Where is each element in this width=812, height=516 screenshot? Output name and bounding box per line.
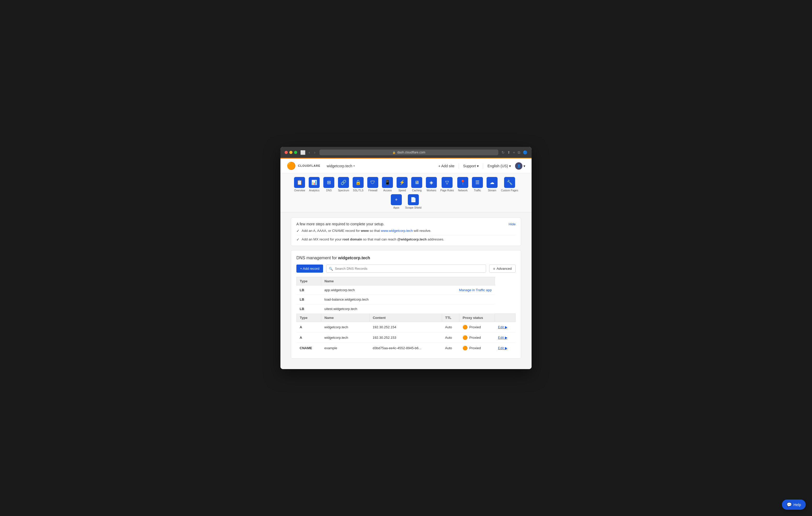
proxy-label: Proxied (469, 336, 481, 339)
ttl-header: TTL (442, 314, 459, 322)
domain-selector[interactable]: widgetcorp.tech ▾ (327, 164, 355, 168)
search-input[interactable] (326, 265, 486, 273)
nav-item-speed[interactable]: ⚡ Speed (395, 177, 409, 193)
lb-type-header: Type (297, 277, 321, 285)
nav-item-page-rules[interactable]: ▽ Page Rules (439, 177, 455, 193)
record-proxy: 🟠 Proxied (459, 333, 495, 343)
nav-icon-3: 🔗 (338, 177, 349, 188)
nav-item-network[interactable]: 📍 Network (456, 177, 470, 193)
setup-banner: A few more steps are required to complet… (291, 217, 521, 246)
nav-item-dns[interactable]: ⊞ DNS (322, 177, 336, 193)
record-ttl: Auto (442, 333, 459, 343)
address-bar[interactable]: 🔒 dash.cloudflare.com (319, 150, 498, 155)
tab-icon: ⬜ (300, 150, 306, 155)
minimize-dot[interactable] (289, 151, 292, 154)
record-content: d3bd75aa-ee4c-4552-8945-b6... (369, 343, 442, 354)
support-caret-icon: ▾ (477, 164, 479, 168)
record-proxy: 🟠 Proxied (459, 343, 495, 354)
record-ttl: Auto (442, 322, 459, 333)
edit-link[interactable]: Edit ▶ (498, 336, 508, 339)
back-button[interactable]: ‹ (308, 150, 311, 155)
nav-label-7: Speed (399, 189, 406, 192)
record-name: example (321, 343, 370, 354)
setup-item-www: ✓ Add an A, AAAA, or CNAME record for ww… (296, 229, 516, 235)
language-selector[interactable]: English (US) ▾ (487, 164, 511, 168)
language-caret-icon: ▾ (509, 164, 511, 168)
nav-item-stream[interactable]: ☁ Stream (485, 177, 499, 193)
nav-item-apps[interactable]: + Apps (389, 194, 403, 210)
add-record-button[interactable]: + Add record (296, 265, 323, 273)
nav-item-access[interactable]: 📱 Access (381, 177, 394, 193)
hide-button[interactable]: Hide (509, 222, 516, 226)
nav-item-scrape-shield[interactable]: 📄 Scrape Shield (404, 194, 423, 210)
nav-item-analytics[interactable]: 📊 Analytics (308, 177, 321, 193)
record-name: widgetcorp.tech (321, 333, 370, 343)
record-ttl: Auto (442, 343, 459, 354)
nav-icon-1: 📊 (309, 177, 320, 188)
tabs-button[interactable]: ⧉ (518, 150, 520, 155)
table-row: A widgetcorp.tech 192.30.252.153 Auto 🟠 … (297, 333, 516, 343)
nav-item-overview[interactable]: 📋 Overview (293, 177, 306, 193)
lb-name-header: Name (321, 277, 495, 285)
nav-item-ssl/tls[interactable]: 🔒 SSL/TLS (351, 177, 365, 193)
nav-item-custom-pages[interactable]: 🔧 Custom Pages (500, 177, 519, 193)
nav-label-2: DNS (326, 189, 332, 192)
share-button[interactable]: ⬆ (507, 150, 511, 154)
proxied-cloud-icon: 🟠 (463, 335, 468, 340)
chat-icon: 💬 (787, 502, 792, 507)
nav-label-16: Scrape Shield (405, 206, 422, 209)
add-site-button[interactable]: + Add site (438, 164, 455, 168)
nav-icon-6: 📱 (382, 177, 393, 188)
edit-link[interactable]: Edit ▶ (498, 325, 508, 329)
www-link[interactable]: www.widgetcorp.tech (381, 229, 413, 233)
user-caret-icon: ▾ (523, 164, 525, 168)
nav-icon-5: 🛡 (367, 177, 378, 188)
new-tab-button[interactable]: + (513, 150, 515, 154)
filter-icon: ≡ (493, 267, 495, 271)
record-table-header: Type Name Content TTL Proxy status (297, 314, 516, 322)
extensions-button[interactable]: 🔵 (523, 150, 527, 154)
nav-label-11: Network (458, 189, 468, 192)
nav-item-traffic[interactable]: ☰ Traffic (471, 177, 484, 193)
refresh-button[interactable]: ↻ (501, 150, 504, 154)
browser-dots (285, 151, 297, 154)
nav-icon-15: + (391, 194, 402, 205)
support-menu[interactable]: Support ▾ (463, 164, 479, 168)
checkmark-icon: ✓ (296, 229, 299, 233)
dns-domain: widgetcorp.tech (338, 256, 370, 260)
nav-item-firewall[interactable]: 🛡 Firewall (366, 177, 380, 193)
lock-icon: 🔒 (393, 151, 396, 154)
proxied-cloud-icon: 🟠 (463, 325, 468, 330)
dns-panel: DNS management for widgetcorp.tech + Add… (291, 250, 521, 359)
manage-traffic-link[interactable]: Manage in Traffic app (459, 288, 492, 292)
browser-actions: ↻ ⬆ + ⧉ 🔵 (501, 150, 527, 155)
dns-title: DNS management for widgetcorp.tech (296, 256, 516, 260)
nav-item-workers[interactable]: ◈ Workers (425, 177, 438, 193)
cloudflare-logo-icon: 🟠 (287, 161, 296, 170)
logo: 🟠 CLOUDFLARE (287, 161, 320, 170)
record-name: load-balance.widgetcorp.tech (321, 295, 495, 304)
close-dot[interactable] (285, 151, 288, 154)
nav-label-8: Caching (412, 189, 422, 192)
domain-text: widgetcorp.tech (327, 164, 352, 168)
advanced-button[interactable]: ≡ Advanced (489, 265, 516, 273)
setup-item-mx-text: Add an MX record for your root domain so… (301, 237, 444, 241)
main-content: A few more steps are required to complet… (281, 212, 531, 369)
user-menu[interactable]: 👤 ▾ (515, 162, 525, 170)
maximize-dot[interactable] (294, 151, 297, 154)
nav-item-caching[interactable]: 🖥 Caching (410, 177, 424, 193)
edit-link[interactable]: Edit ▶ (498, 346, 508, 350)
nav-item-spectrum[interactable]: 🔗 Spectrum (337, 177, 350, 193)
nav-label-10: Page Rules (440, 189, 454, 192)
nav-label-15: Apps (393, 206, 399, 209)
forward-button[interactable]: › (313, 150, 317, 155)
record-name: uitest.widgetcorp.tech (321, 304, 495, 314)
setup-item-mx: ✓ Add an MX record for your root domain … (296, 237, 516, 242)
record-content: 192.30.252.153 (369, 333, 442, 343)
add-site-label: + Add site (438, 164, 455, 168)
record-type: LB (297, 304, 321, 314)
record-edit: Edit ▶ (495, 343, 516, 354)
help-button[interactable]: 💬 Help (782, 499, 806, 510)
nav-label-12: Traffic (474, 189, 481, 192)
browser-controls: ⬜ ‹ › (300, 150, 316, 155)
